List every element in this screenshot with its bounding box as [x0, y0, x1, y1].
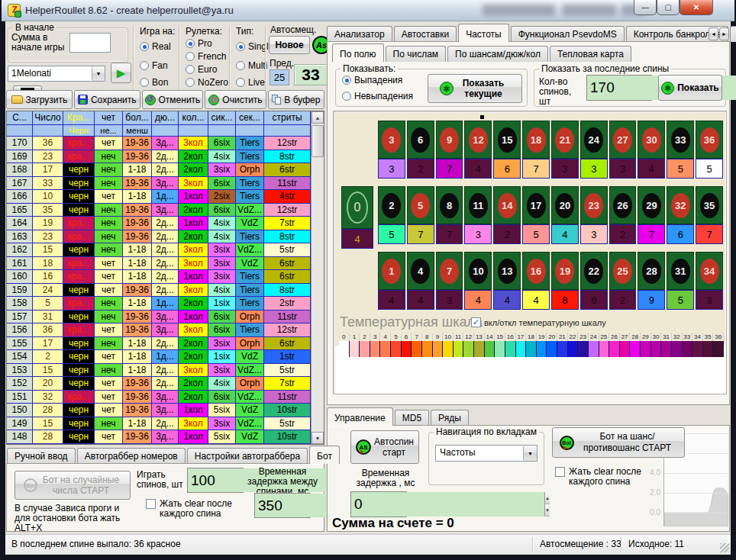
table-row[interactable]: 15731черннеч19-363д...1кол6sixOrph11str: [7, 311, 311, 324]
subtab-heat-map[interactable]: Тепловая карта: [550, 46, 631, 62]
subtab-by-field[interactable]: По полю: [332, 43, 384, 62]
roulette-number-34[interactable]: 34: [696, 252, 723, 290]
roulette-number-6[interactable]: 6: [407, 121, 434, 159]
chance-bot-start-button[interactable]: Bot Бот на шанс/противошанс СТАРТ: [552, 427, 685, 458]
table-row[interactable]: 15220чернчет19-362д...2кол4sixOrph7str: [7, 377, 311, 391]
radio-roulette-pro[interactable]: Pro: [186, 38, 212, 49]
preset-combobox[interactable]: 1Melonati ▼: [8, 66, 105, 82]
table-row[interactable]: 14915черннеч1-182д...3кол3sixVdZ...5str: [7, 417, 311, 431]
column-header[interactable]: бол...: [123, 111, 152, 125]
control-clear-checkbox[interactable]: [555, 467, 565, 477]
roulette-number-27[interactable]: 27: [609, 121, 637, 159]
column-header[interactable]: стриты: [264, 111, 311, 125]
table-row[interactable]: 15636кра...чет19-363д...3кол6sixTiers12s…: [7, 323, 311, 337]
show-current-button[interactable]: ✱ Показать текущие: [428, 74, 522, 103]
roulette-number-18[interactable]: 18: [522, 121, 550, 159]
column-header[interactable]: кол...: [179, 111, 208, 125]
roulette-number-11[interactable]: 11: [464, 186, 492, 224]
roulette-number-22[interactable]: 22: [580, 252, 608, 290]
tab-wheel[interactable]: Колесо: [730, 26, 736, 42]
roulette-number-2[interactable]: 2: [378, 186, 405, 224]
tab-control[interactable]: Управление: [327, 407, 393, 426]
column-header[interactable]: С...: [7, 111, 33, 125]
maximize-button[interactable]: ▢: [657, 0, 680, 15]
table-row[interactable]: 14713черннеч1-182д...1кол3sixTiers5str: [7, 444, 311, 445]
tab-frequencies[interactable]: Частоты: [458, 24, 509, 42]
roulette-number-30[interactable]: 30: [638, 121, 665, 159]
table-row[interactable]: 15924чернчет19-362д...3кол4sixTiers8str: [7, 284, 311, 298]
roulette-number-15[interactable]: 15: [493, 121, 521, 159]
table-row[interactable]: 16118кра...чет1-182д...3кол3sixVdZ6str: [7, 257, 311, 271]
roulette-number-5[interactable]: 5: [407, 186, 434, 224]
scroll-down-icon[interactable]: ▼: [312, 432, 324, 444]
roulette-number-20[interactable]: 20: [551, 186, 579, 224]
radio-roulette-nozero[interactable]: NoZero: [186, 77, 228, 88]
table-row[interactable]: 15028чернчет19-363д...1кол5sixVdZ10str: [7, 404, 311, 417]
roulette-number-24[interactable]: 24: [580, 121, 608, 159]
show-button[interactable]: ✱ Показать: [658, 75, 722, 101]
scrollbar-thumb[interactable]: [312, 125, 324, 157]
autospin-start-button[interactable]: AS Автоспин старт: [350, 430, 419, 464]
load-button[interactable]: Загрузить: [6, 90, 73, 109]
roulette-number-25[interactable]: 25: [609, 252, 637, 290]
table-row[interactable]: 16215черннеч1-182д...3кол3sixVdZ...5str: [7, 243, 311, 257]
zero-number[interactable]: 0: [341, 186, 373, 229]
nav-combo-dropdown[interactable]: ▼: [523, 446, 537, 461]
table-row[interactable]: 16923кра...неч19-362д...2кол4sixTiers8st…: [7, 150, 311, 164]
column-header[interactable]: чет: [95, 111, 123, 125]
close-button[interactable]: ✕: [680, 0, 713, 15]
run-preset-button[interactable]: ▶: [111, 63, 131, 83]
table-row[interactable]: 16817черннеч1-182д...2кол3sixOrph6str: [7, 163, 311, 177]
roulette-number-4[interactable]: 4: [407, 252, 434, 290]
tab-manual-input[interactable]: Ручной ввод: [7, 448, 76, 464]
roulette-number-29[interactable]: 29: [638, 186, 665, 224]
radio-show-hits[interactable]: Выпадения: [342, 75, 402, 85]
subtab-by-chances[interactable]: По шансам/дюж/кол: [447, 46, 548, 62]
column-header[interactable]: Кра...: [63, 111, 95, 125]
roulette-number-13[interactable]: 13: [493, 252, 521, 290]
roulette-number-26[interactable]: 26: [609, 186, 637, 224]
roulette-number-35[interactable]: 35: [696, 186, 723, 224]
start-sum-input[interactable]: [69, 33, 111, 53]
tab-bot[interactable]: Бот: [309, 446, 340, 464]
roulette-number-1[interactable]: 1: [378, 252, 405, 290]
table-row[interactable]: 15315черннеч1-182д...3кол3sixVdZ...5str: [7, 364, 311, 378]
radio-roulette-euro[interactable]: Euro: [186, 64, 217, 75]
roulette-number-7[interactable]: 7: [436, 252, 463, 290]
tab-analyzer[interactable]: Анализатор: [327, 26, 392, 42]
tab-functional-psevdoms[interactable]: Функционал PsevdoMS: [511, 26, 625, 42]
radio-game-fan[interactable]: Fan: [140, 60, 168, 71]
roulette-number-36[interactable]: 36: [696, 121, 723, 159]
column-header[interactable]: сек...: [236, 111, 264, 125]
roulette-number-10[interactable]: 10: [464, 252, 492, 290]
autoshift-new-button[interactable]: Новое: [269, 36, 310, 54]
table-row[interactable]: 14828чернчет19-363д...1кол5sixVdZ10str: [7, 430, 311, 444]
resize-grip[interactable]: [720, 543, 729, 552]
table-row[interactable]: 16610чернчет1-181д...1кол2sixTiers4str: [7, 190, 311, 204]
nav-combobox[interactable]: Частоты ▼: [435, 445, 537, 462]
radio-type-singl[interactable]: Singl: [236, 41, 269, 52]
roulette-number-33[interactable]: 33: [667, 121, 694, 159]
table-row[interactable]: 16535черннеч19-363д...2кол6sixVdZ...12st…: [7, 204, 311, 217]
table-row[interactable]: 16016кра...чет1-182д...1кол3sixTiers6str: [7, 270, 311, 284]
radio-roulette-french[interactable]: French: [186, 51, 226, 62]
radio-type-multi[interactable]: Multi: [236, 60, 267, 71]
table-row[interactable]: 15517черннеч1-182д...2кол3sixOrph6str: [7, 337, 311, 351]
table-row[interactable]: 1585кра...неч1-181д...2кол1sixTiers2str: [7, 297, 311, 311]
table-row[interactable]: 17036кра...чет19-363д...3кол6sixTiers12s…: [7, 137, 311, 150]
tab-scroll-right[interactable]: ►: [719, 27, 729, 40]
roulette-number-31[interactable]: 31: [667, 252, 694, 290]
zero-cell[interactable]: 0 4: [341, 186, 373, 249]
table-row[interactable]: 16323кра...неч19-362д...2кол4sixTiers8st…: [7, 230, 311, 244]
control-delay-input[interactable]: [351, 492, 544, 517]
minimize-button[interactable]: —: [634, 0, 657, 15]
column-header[interactable]: сик...: [208, 111, 236, 125]
roulette-number-8[interactable]: 8: [436, 186, 463, 224]
column-header[interactable]: Число: [33, 111, 63, 125]
roulette-number-32[interactable]: 32: [667, 186, 694, 224]
history-scrollbar[interactable]: ▲ ▼: [311, 111, 324, 444]
radio-game-real[interactable]: Real: [140, 41, 171, 52]
roulette-number-23[interactable]: 23: [580, 186, 608, 224]
spin-down-icon[interactable]: ▼: [545, 504, 550, 517]
roulette-number-16[interactable]: 16: [522, 252, 550, 290]
